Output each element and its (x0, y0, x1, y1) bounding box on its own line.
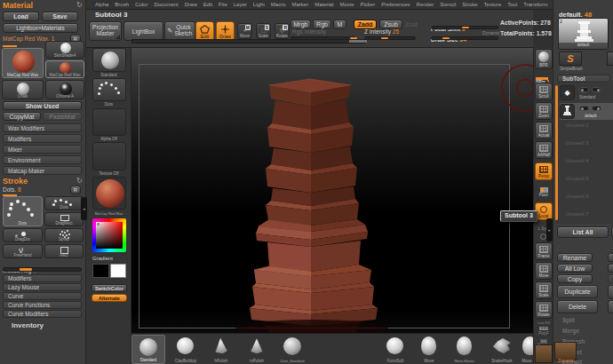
stroke-section-curve-modifiers[interactable]: Curve Modifiers (3, 310, 82, 318)
edit-button[interactable]: Edit (195, 21, 214, 41)
magnify-mini-icon[interactable] (540, 233, 546, 240)
floor-button[interactable]: Floor (535, 185, 553, 198)
projection-master-button[interactable]: Projection Master (89, 21, 122, 41)
section-environment[interactable]: Environment (3, 155, 82, 164)
section-matcap-maker[interactable]: Matcap Maker (3, 166, 82, 175)
menu-movie[interactable]: Movie (340, 2, 354, 7)
tray-brush-mpolish[interactable]: mPolish (240, 335, 274, 364)
menu-edit[interactable]: Edit (203, 2, 212, 7)
material-thumb-chalk[interactable]: Chalk (2, 80, 44, 99)
menu-brush[interactable]: Brush (115, 2, 129, 7)
current-stroke-thumb[interactable] (92, 78, 126, 101)
rename-button[interactable]: Rename (557, 253, 593, 262)
list-all-button[interactable]: List All (557, 226, 609, 238)
all-low-sliver-button[interactable] (608, 264, 613, 273)
current-brush-thumb[interactable] (92, 48, 126, 72)
menu-picker[interactable]: Picker (361, 2, 376, 7)
tray-brush-standard[interactable]: Standard (131, 335, 165, 364)
menu-file[interactable]: File (219, 2, 227, 7)
zcut-button[interactable]: Zcut (405, 21, 418, 28)
shelf-scrollbar-handle[interactable] (349, 40, 367, 43)
persp-button[interactable]: Persp (535, 162, 553, 180)
show-used-button[interactable]: Show Used (3, 101, 82, 110)
stroke-thumb-freehand[interactable]: ν FreeHand (3, 244, 43, 258)
menu-render[interactable]: Render (417, 2, 434, 7)
z-intensity-slider[interactable]: Z Intensity 25 (364, 28, 416, 41)
zoom-button[interactable]: Zoom (535, 102, 553, 120)
mouse-avg-notch[interactable] (20, 268, 32, 271)
menu-transform[interactable]: Transform (523, 2, 547, 7)
subtool-section-split[interactable]: Split (562, 317, 575, 323)
aahalf-button[interactable]: AAHalf (535, 141, 553, 159)
frame-button[interactable]: Frame (535, 242, 553, 260)
subtool-section-header[interactable]: SubTool (557, 75, 610, 83)
stroke-thumb-selected[interactable]: Dots (3, 196, 43, 226)
delete-sliver-button[interactable] (608, 300, 613, 313)
spix-notch[interactable] (536, 77, 548, 80)
alternate-button[interactable]: Alternate (92, 294, 127, 302)
tray-brush-move2[interactable]: Move (521, 335, 533, 364)
copy-mat-button[interactable]: CopyMat (3, 112, 41, 121)
tray-brush-formsoft[interactable]: FormSoft (378, 335, 412, 364)
material-thumb-redwax-small[interactable]: MatCap Red Wax (45, 60, 84, 78)
tray-brush-move[interactable]: Move (412, 335, 446, 364)
paste-mat-button[interactable]: PasteMat (43, 112, 82, 121)
lightbox-materials-button[interactable]: Lightbox»Materials (3, 23, 78, 33)
stroke-section-curve-functions[interactable]: Curve Functions (3, 301, 82, 309)
rename-sliver-button[interactable] (608, 253, 613, 262)
dynamic-toggle[interactable]: Dynamic (482, 30, 499, 36)
bpr-button[interactable]: BPR (535, 49, 553, 69)
section-wax-modifiers[interactable]: Wax Modifiers (3, 123, 82, 132)
current-tool-thumb[interactable]: 2 default (558, 18, 609, 50)
stroke-thumb-dragdot[interactable]: DragDot (3, 228, 43, 242)
move-view-button[interactable]: Move (535, 262, 553, 280)
subtool-slot-unused-6[interactable]: Unused 6 (566, 194, 589, 199)
menu-texture[interactable]: Texture (484, 2, 502, 7)
menu-light[interactable]: Light (253, 2, 265, 7)
draw-size-notch[interactable] (442, 37, 450, 39)
dynamic-texture-thumb[interactable] (554, 342, 577, 360)
stroke-thumb-rect[interactable]: Rect (44, 244, 84, 258)
subtool-slot-unused-4[interactable]: Unused 4 (566, 158, 589, 163)
tool-slot-partial[interactable] (607, 51, 613, 66)
current-texture-thumb[interactable] (92, 142, 126, 170)
stroke-thumb-dragrect[interactable]: DragRect (44, 212, 84, 226)
stroke-reload-icon[interactable]: ↻ (76, 177, 83, 185)
stroke-section-modifiers[interactable]: Modifiers (3, 274, 82, 282)
menu-preferences[interactable]: Preferences (381, 2, 410, 7)
switch-color-button[interactable]: SwitchColor (92, 284, 127, 292)
current-alpha-thumb[interactable] (92, 108, 126, 136)
tray-brush-snakehook[interactable]: SnakeHook (485, 335, 519, 364)
left-panel-divider-handle[interactable]: ◂ (81, 197, 87, 220)
copy-sliver-button[interactable] (608, 274, 613, 283)
subtool1-lock-toggle[interactable] (592, 87, 601, 92)
subtool2-lock-toggle[interactable] (592, 106, 601, 111)
focal-shift-slider[interactable]: Focal Shift 0 (431, 19, 498, 29)
rotate-view-button[interactable]: Rotate (535, 301, 553, 319)
secondary-color-swatch[interactable] (110, 264, 126, 278)
actual-button[interactable]: Actual (535, 122, 553, 139)
material-thumb-skinshade4[interactable]: SkinShade4 (45, 41, 84, 59)
z-intensity-notch[interactable] (381, 37, 388, 39)
lightbox-button[interactable]: LightBox (123, 21, 163, 41)
subtool-item-1[interactable]: ◆ Standard (560, 85, 613, 102)
material-thumb-chrome-a[interactable]: Chrome A (45, 80, 84, 99)
mouse-avg-slider[interactable]: Mouse Avg 4 (3, 260, 82, 273)
tray-brush-claybuildup[interactable]: ClayBuildup (169, 335, 203, 364)
menu-stencil[interactable]: Stencil (440, 2, 456, 7)
copy-button[interactable]: Copy (557, 274, 593, 283)
material-reload-icon[interactable]: ↻ (76, 1, 83, 9)
menu-color[interactable]: Color (135, 2, 147, 7)
focal-shift-notch[interactable] (462, 27, 469, 28)
menu-document[interactable]: Document (154, 2, 178, 7)
subtool-section-merge[interactable]: Merge (562, 328, 579, 334)
subtool-slot-unused-3[interactable]: Unused 3 (566, 140, 589, 146)
simple-brush-thumb[interactable]: S (559, 51, 582, 66)
subtool-item-2[interactable]: default (560, 103, 613, 120)
menu-alpha[interactable]: Alpha (95, 2, 108, 7)
menu-macro[interactable]: Macro (271, 2, 286, 7)
subtool-slot-unused-7[interactable]: Unused 7 (566, 211, 589, 217)
subtool-slot-unused-2[interactable]: Unused 2 (566, 123, 589, 128)
scale-view-button[interactable]: Scale (535, 281, 553, 299)
tray-brush-move-elastic[interactable]: Move Elastic (446, 335, 483, 364)
